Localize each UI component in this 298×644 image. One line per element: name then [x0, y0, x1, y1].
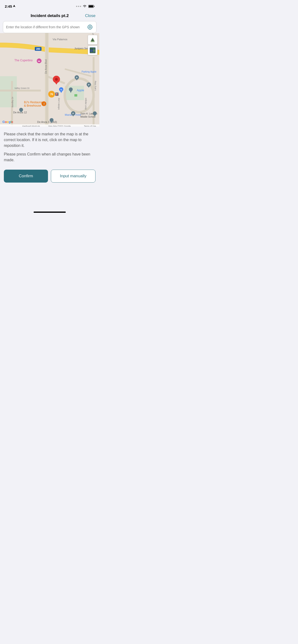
svg-rect-80 — [91, 41, 95, 42]
svg-text:Keyboard shortcuts: Keyboard shortcuts — [22, 125, 40, 126]
svg-text:P: P — [88, 84, 89, 86]
gps-target-icon[interactable] — [87, 24, 93, 30]
input-manually-button[interactable]: Input manually — [51, 170, 95, 182]
location-input-container — [3, 21, 96, 33]
svg-text:De Anza 12: De Anza 12 — [13, 111, 27, 114]
status-bar: 2:45 — [0, 0, 99, 10]
description-line1: Please check that the marker on the map … — [4, 131, 95, 148]
svg-text:Apple: Apple — [77, 89, 84, 92]
page-title: Incident details pt.2 — [31, 14, 69, 18]
svg-text:De Anza Blvd: De Anza Blvd — [45, 60, 47, 74]
svg-text:⛽: ⛽ — [56, 93, 59, 96]
svg-text:280: 280 — [36, 48, 40, 50]
svg-text:De Anza 3 (DA3): De Anza 3 (DA3) — [37, 120, 57, 124]
home-indicator — [34, 212, 66, 213]
map-container[interactable]: Via Palamos Junipero Serra Fwy 280 De An… — [0, 33, 99, 126]
description-area: Please check that the marker on the map … — [0, 126, 99, 170]
confirm-button[interactable]: Confirm — [4, 170, 48, 182]
location-input[interactable] — [6, 25, 85, 29]
svg-text:P: P — [76, 76, 77, 79]
svg-text:Map data ©2021 Google: Map data ©2021 Google — [49, 125, 71, 126]
svg-text:Infinite Loop: Infinite Loop — [58, 98, 60, 110]
svg-rect-1 — [89, 5, 93, 7]
action-buttons: Confirm Input manually — [0, 170, 99, 182]
svg-text:🛍: 🛍 — [60, 89, 62, 91]
svg-text:& Brewhouse: & Brewhouse — [24, 104, 41, 107]
svg-text:BJ's Restaurant: BJ's Restaurant — [24, 100, 44, 104]
svg-text:Larry Way: Larry Way — [94, 81, 96, 90]
svg-rect-86 — [90, 52, 95, 53]
svg-rect-20 — [74, 94, 77, 96]
terrain-button[interactable] — [88, 35, 97, 44]
location-arrow-icon — [13, 5, 15, 8]
svg-text:Parking Apple: Parking Apple — [82, 70, 96, 73]
svg-text:Via Palamos: Via Palamos — [53, 38, 67, 41]
svg-rect-83 — [93, 48, 95, 49]
svg-text:Google: Google — [3, 120, 13, 124]
signal-dots — [76, 6, 81, 7]
svg-rect-85 — [93, 49, 95, 52]
svg-text:Middle School: Middle School — [80, 116, 95, 118]
description-line2: Please press Confirm when all changes ha… — [4, 152, 95, 163]
svg-rect-82 — [90, 48, 92, 49]
svg-point-3 — [89, 26, 91, 28]
close-button[interactable]: Close — [85, 14, 95, 18]
map-svg: Via Palamos Junipero Serra Fwy 280 De An… — [0, 33, 99, 126]
svg-text:The Cupertino: The Cupertino — [14, 59, 33, 62]
status-time: 2:45 — [5, 4, 15, 8]
battery-icon — [88, 5, 95, 8]
svg-text:P: P — [72, 112, 74, 115]
wifi-icon — [83, 4, 87, 8]
status-icons — [76, 4, 95, 8]
svg-text:🍴: 🍴 — [43, 102, 46, 106]
map-type-buttons — [88, 35, 97, 55]
svg-text:Bandley Dr: Bandley Dr — [11, 96, 14, 107]
svg-text:🛏: 🛏 — [38, 60, 40, 62]
svg-text:Infinite Loop: Infinite Loop — [85, 98, 87, 110]
svg-rect-10 — [65, 86, 84, 100]
svg-text:Valley Green Dr: Valley Green Dr — [14, 87, 30, 89]
satellite-button[interactable] — [88, 46, 97, 55]
svg-text:76: 76 — [50, 93, 53, 96]
time-label: 2:45 — [5, 4, 12, 8]
svg-rect-9 — [0, 76, 17, 107]
svg-point-71 — [55, 78, 58, 81]
svg-text:Terms of Use: Terms of Use — [84, 125, 96, 126]
nav-bar: Incident details pt.2 Close — [0, 10, 99, 21]
